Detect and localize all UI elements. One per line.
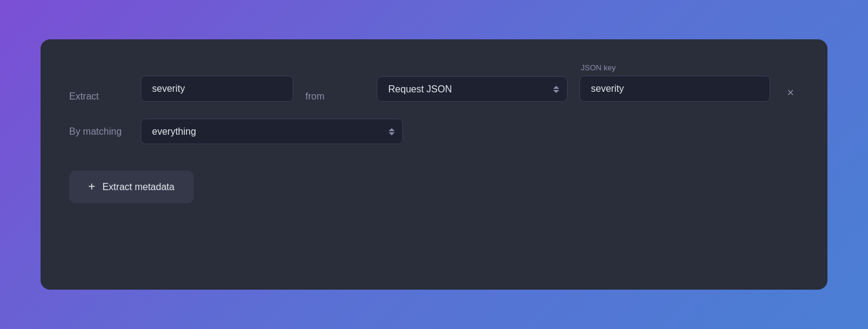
close-icon: × [787,86,794,100]
matching-select-wrapper: everything first last all [141,119,403,144]
by-matching-label: By matching [69,126,129,137]
close-button[interactable]: × [782,83,799,102]
source-select[interactable]: Request JSON Request Body Request Header… [377,76,568,102]
json-key-label: JSON key [579,63,770,72]
json-key-input[interactable] [579,76,770,102]
extract-label: Extract [69,91,129,102]
source-select-wrapper: Request JSON Request Body Request Header… [377,76,568,102]
extract-metadata-label: Extract metadata [103,182,175,193]
json-key-column: JSON key [579,63,770,102]
extract-input[interactable] [141,76,293,102]
matching-select[interactable]: everything first last all [141,119,403,144]
main-card: Extract from Request JSON Request Body R… [41,39,827,290]
extract-row: Extract from Request JSON Request Body R… [69,63,799,102]
actions-row: + Extract metadata [69,170,799,203]
extract-metadata-button[interactable]: + Extract metadata [69,170,194,203]
matching-row: By matching everything first last all [69,119,799,144]
from-label: from [305,91,365,102]
plus-icon: + [88,180,95,194]
